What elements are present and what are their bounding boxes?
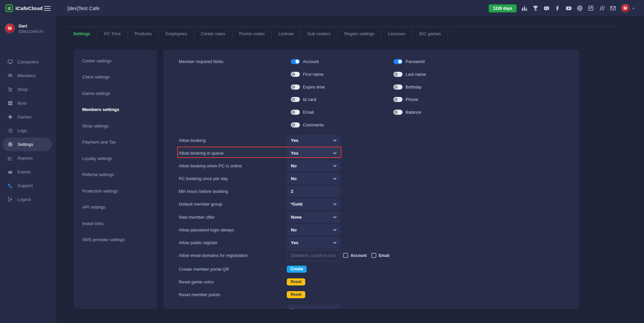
min-hours-input[interactable] <box>287 186 340 197</box>
menu-item-sms-provider-settings[interactable]: SMS provider settings <box>74 232 157 248</box>
icafecloud-logo-icon: i2 <box>5 4 13 12</box>
facebook-icon[interactable] <box>554 5 561 11</box>
create-button[interactable]: Create <box>287 266 307 273</box>
sidebar-item-games[interactable]: Games <box>0 110 56 124</box>
tab-licenses[interactable]: Licenses <box>381 29 412 39</box>
chart-icon <box>7 155 13 161</box>
menu-item-referral-settings[interactable]: Referral settings <box>74 167 157 183</box>
sidebar-item-boot[interactable]: Boot <box>0 96 56 110</box>
row-pc-booking-once-per-day: PC booking once per day No <box>179 173 576 184</box>
tab-region-settings[interactable]: Region settings <box>338 29 382 39</box>
toggle-row-id-card: Id card <box>291 97 316 102</box>
tab-promo-codes[interactable]: Promo codes <box>232 29 272 39</box>
menu-item-game-settings[interactable]: Game settings <box>74 85 157 102</box>
sidebar-item-reports[interactable]: Reports <box>0 151 56 165</box>
row-reset-game-coins: Reset game coins Reset <box>179 276 576 287</box>
email-toggle[interactable] <box>291 110 300 115</box>
tab-settings[interactable]: Settings <box>66 29 97 39</box>
menu-item-client-settings[interactable]: Client settings <box>74 69 157 86</box>
menu-item-center-settings[interactable]: Center settings <box>74 53 157 69</box>
tab-bar: Settings PC Time Products Employees Cent… <box>66 29 448 39</box>
chevron-down-icon <box>333 203 337 205</box>
menu-item-loyalty-settings[interactable]: Loyalty settings <box>74 150 157 167</box>
allow-booking-pc-online-select[interactable]: No <box>287 160 340 171</box>
hamburger-menu-icon[interactable] <box>44 6 51 11</box>
reset-game-coins-button[interactable]: Reset <box>287 278 305 285</box>
icafecloud-icon[interactable] <box>588 5 594 11</box>
layers-icon[interactable] <box>599 5 605 11</box>
balance-toggle[interactable] <box>393 110 402 115</box>
reset-member-points-button[interactable]: Reset <box>287 291 305 298</box>
discord-icon[interactable] <box>543 5 550 11</box>
sidebar-nav: Computers Members Shop Boot Games Logs <box>0 55 56 206</box>
member-required-fields-label: Member required fields <box>179 59 223 64</box>
sidebar-item-logs[interactable]: Logs <box>0 124 56 138</box>
allow-booking-in-queue-select[interactable]: Yes <box>287 148 340 159</box>
sidebar-item-events[interactable]: Events <box>0 165 56 179</box>
new-member-offer-select[interactable]: None <box>287 212 340 223</box>
default-member-group-select[interactable]: *Gold <box>287 199 340 210</box>
toggle-row-password: Password <box>393 59 425 64</box>
menu-item-payment-and-tax[interactable]: Payment and Tax <box>74 134 157 151</box>
crown-icon <box>7 169 13 175</box>
sidebar-item-shop[interactable]: Shop <box>0 83 56 96</box>
email-domains-input[interactable] <box>287 250 340 261</box>
topbar: i2 iCafeCloud [dev]Test Cafe 1226 days <box>0 0 644 16</box>
menu-item-install-links[interactable]: Install links <box>74 215 157 232</box>
row-allow-email-domains: Allow email domains for registration Acc… <box>179 250 576 261</box>
last-name-toggle[interactable] <box>393 72 402 77</box>
sidebar-item-members[interactable]: Members <box>0 69 56 83</box>
list-icon <box>7 128 13 133</box>
gamepad-icon <box>7 114 13 120</box>
tab-products[interactable]: Products <box>128 29 159 39</box>
menu-item-shop-settings[interactable]: Shop settings <box>74 118 157 134</box>
sidebar-item-computers[interactable]: Computers <box>0 55 56 69</box>
account-toggle[interactable] <box>291 59 300 64</box>
tab-license[interactable]: License <box>272 29 301 39</box>
trophy-icon[interactable] <box>532 5 539 11</box>
row-min-hours-before-booking: Min hours before booking <box>179 186 576 197</box>
sidebar-item-logout[interactable]: Logout <box>0 193 56 206</box>
tab-employees[interactable]: Employees <box>159 29 194 39</box>
logo-text: iCafeCloud <box>15 5 43 11</box>
tab-idc-games[interactable]: IDC games <box>412 29 448 39</box>
logo-area: i2 iCafeCloud <box>0 0 56 16</box>
row-create-member-portal-qr: Create member portal QR Create <box>179 264 576 275</box>
row-clipped: Yes <box>179 305 576 309</box>
id-card-toggle[interactable] <box>291 97 300 102</box>
license-days-badge[interactable]: 1226 days <box>489 4 517 12</box>
youtube-icon[interactable] <box>566 5 572 11</box>
ranking-icon[interactable] <box>521 5 528 11</box>
mail-icon[interactable] <box>610 5 616 11</box>
menu-item-members-settings[interactable]: Members settings <box>74 102 157 118</box>
pc-booking-once-per-day-select[interactable]: No <box>287 173 340 184</box>
sidebar: M Geri 008612345678 Computers Members Sh… <box>0 16 56 323</box>
birthday-toggle[interactable] <box>393 85 402 90</box>
sidebar-avatar[interactable]: M <box>5 23 15 34</box>
menu-item-protection-settings[interactable]: Protection settings <box>74 183 157 199</box>
settings-menu-panel: Center settings Client settings Game set… <box>74 50 157 309</box>
first-name-toggle[interactable] <box>291 72 300 77</box>
sidebar-item-settings[interactable]: Settings <box>3 138 52 151</box>
allow-booking-select[interactable]: Yes <box>287 135 340 146</box>
account-checkbox[interactable] <box>343 253 348 258</box>
email-checkbox[interactable] <box>371 253 376 258</box>
globe-icon[interactable] <box>577 5 583 11</box>
gear-icon <box>7 142 13 147</box>
menu-item-api-settings[interactable]: API settings <box>74 199 157 216</box>
allow-public-register-select[interactable]: Yes <box>287 237 340 248</box>
user-menu[interactable]: M <box>621 4 635 13</box>
user-avatar[interactable]: M <box>621 4 630 13</box>
allow-password-login-always-select[interactable]: No <box>287 224 340 235</box>
tab-sub-centers[interactable]: Sub centers <box>301 29 337 39</box>
expire-time-toggle[interactable] <box>291 85 300 90</box>
comments-toggle[interactable] <box>291 122 300 127</box>
phone-toggle[interactable] <box>393 97 402 102</box>
tab-pc-time[interactable]: PC Time <box>97 29 128 39</box>
tab-center-news[interactable]: Center news <box>194 29 232 39</box>
clipped-select[interactable]: Yes <box>287 305 340 309</box>
password-toggle[interactable] <box>393 59 402 64</box>
chevron-down-icon <box>333 177 337 180</box>
sidebar-item-support[interactable]: Support <box>0 179 56 193</box>
email-domains-checkboxes: Account Email <box>343 253 394 258</box>
